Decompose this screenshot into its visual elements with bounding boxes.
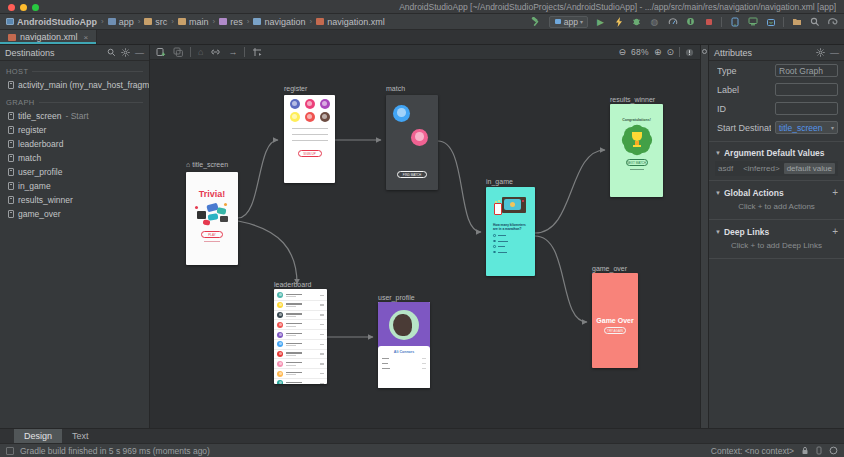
breadcrumb-res[interactable]: res <box>219 17 243 27</box>
close-tab-icon[interactable]: × <box>84 33 89 42</box>
answer-option <box>493 245 535 248</box>
profile-avatar <box>389 310 419 340</box>
label-register[interactable]: register <box>284 85 307 92</box>
tab-navigation-xml[interactable]: navigation.xml × <box>0 30 97 44</box>
destination-item-leaderboard[interactable]: leaderboard <box>0 137 149 151</box>
breadcrumb-src[interactable]: src <box>144 17 167 27</box>
tab-design[interactable]: Design <box>14 429 62 443</box>
apply-changes-icon[interactable] <box>613 16 624 27</box>
label-title-screen[interactable]: ⌂ title_screen <box>186 161 228 168</box>
attach-profiler-icon[interactable] <box>685 16 696 27</box>
destination-item-title-screen[interactable]: title_screen- Start <box>0 109 149 123</box>
host-item-activity-main[interactable]: activity_main (my_nav_host_fragment) <box>0 78 149 92</box>
avatar <box>320 99 330 109</box>
argument-row[interactable]: asdf <inferred> default value <box>715 161 838 176</box>
try-again-button: TRY AGAIN <box>604 327 626 334</box>
coverage-icon[interactable]: ◍ <box>649 16 660 27</box>
collapse-panel-icon[interactable] <box>702 49 707 54</box>
attributes-panel: Attributes — Type Root Graph Label ID St… <box>708 45 844 428</box>
attr-row-id: ID <box>709 99 844 118</box>
destination-item-register[interactable]: register <box>0 123 149 137</box>
destination-item-game-over[interactable]: game_over <box>0 207 149 221</box>
global-actions-section-header[interactable]: ▼ Global Actions + <box>709 185 844 200</box>
build-hammer-icon[interactable] <box>531 16 542 27</box>
lock-icon[interactable] <box>801 446 809 455</box>
argument-defaults-section-header[interactable]: ▼ Argument Default Values <box>709 146 844 160</box>
label-user-profile[interactable]: user_profile <box>378 294 415 301</box>
search-everywhere-icon[interactable] <box>809 16 820 27</box>
design-surface[interactable]: ⌂ → ⊖ 68% ⊕ ⊙ <box>150 45 700 428</box>
sdk-manager-icon[interactable] <box>765 16 776 27</box>
run-configuration-selector[interactable]: app▾ <box>549 16 588 28</box>
project-structure-icon[interactable] <box>791 16 802 27</box>
navigation-graph[interactable]: ⌂ title_screen Trivia! PLAY <box>150 45 700 428</box>
label-field[interactable] <box>775 83 838 96</box>
destination-item-user-profile[interactable]: user_profile <box>0 165 149 179</box>
hide-panel-icon[interactable]: — <box>830 48 839 58</box>
action-match-to-ingame <box>438 141 481 232</box>
toolwindow-toggle-icon[interactable] <box>6 447 14 455</box>
argument-default-value-field[interactable]: default value <box>784 163 835 174</box>
destination-item-results-winner[interactable]: results_winner <box>0 193 149 207</box>
label-match[interactable]: match <box>386 85 405 92</box>
avd-manager-icon[interactable] <box>729 16 740 27</box>
breadcrumb-project[interactable]: AndroidStudioApp <box>6 17 97 27</box>
label-leaderboard[interactable]: leaderboard <box>274 281 311 288</box>
indent-indicator-icon[interactable] <box>816 446 822 455</box>
avatar <box>277 380 283 384</box>
nav-folder-icon <box>253 18 261 25</box>
global-actions-hint: Click + to add Actions <box>709 200 844 215</box>
destination-card-results-winner[interactable]: Congratulations! NEXT MATCH <box>610 104 663 197</box>
trivia-artwork <box>195 203 229 227</box>
game-over-text: Game Over <box>592 317 638 324</box>
profile-header <box>378 302 430 350</box>
label-results-winner[interactable]: results_winner <box>610 96 655 103</box>
start-destination-home-icon: ⌂ <box>186 161 190 168</box>
destination-card-match[interactable]: FIND MATCH <box>386 95 438 190</box>
deep-links-section-header[interactable]: ▼ Deep Links + <box>709 224 844 239</box>
id-label: ID <box>717 104 771 114</box>
tv-artwork <box>494 197 528 219</box>
device-manager-icon[interactable] <box>747 16 758 27</box>
destination-card-in-game[interactable]: How many kilometers are in a marathon? <box>486 187 535 276</box>
avatar <box>277 361 283 367</box>
action-title-to-leaderboard <box>238 221 297 284</box>
trivia-question: How many kilometers are in a marathon? <box>486 219 535 231</box>
run-button[interactable]: ▶ <box>595 16 606 27</box>
id-field[interactable] <box>775 102 838 115</box>
notifications-icon[interactable] <box>829 446 838 455</box>
tab-text[interactable]: Text <box>62 429 99 443</box>
destination-card-register[interactable]: SIGN UP <box>284 95 335 183</box>
destination-item-in-game[interactable]: in_game <box>0 179 149 193</box>
debug-icon[interactable] <box>631 16 642 27</box>
hide-panel-icon[interactable]: — <box>135 48 144 58</box>
breadcrumb-navigation[interactable]: navigation <box>253 17 305 27</box>
destination-card-leaderboard[interactable] <box>274 289 327 384</box>
breadcrumb-file[interactable]: navigation.xml <box>316 17 385 27</box>
leaderboard-row <box>274 350 327 360</box>
label-in-game[interactable]: in_game <box>486 178 513 185</box>
add-deep-link-button[interactable]: + <box>832 226 838 237</box>
res-folder-icon <box>219 18 227 25</box>
breadcrumb-app[interactable]: app <box>108 17 134 27</box>
search-icon[interactable] <box>107 48 116 57</box>
gear-icon[interactable] <box>121 48 130 57</box>
profiler-icon[interactable] <box>667 16 678 27</box>
destination-card-user-profile[interactable]: Ali Connors <box>378 302 430 388</box>
gear-icon[interactable] <box>816 48 825 57</box>
stop-button[interactable] <box>703 16 714 27</box>
label-game-over[interactable]: game_over <box>592 265 627 272</box>
label-label: Label <box>717 85 771 95</box>
profile-row <box>378 368 430 369</box>
type-field[interactable]: Root Graph <box>775 64 838 77</box>
leaderboard-row <box>274 340 327 350</box>
breadcrumb-main[interactable]: main <box>178 17 209 27</box>
gradle-sync-icon[interactable] <box>827 16 838 27</box>
destination-card-game-over[interactable]: Game Over TRY AGAIN <box>592 273 638 368</box>
chevron-expanded-icon: ▼ <box>715 190 721 196</box>
start-destination-dropdown[interactable]: title_screen ▾ <box>775 121 838 134</box>
main-toolbar: app▾ ▶ ◍ <box>531 16 838 28</box>
add-action-button[interactable]: + <box>832 187 838 198</box>
destination-item-match[interactable]: match <box>0 151 149 165</box>
destination-card-title-screen[interactable]: Trivia! PLAY <box>186 172 238 265</box>
